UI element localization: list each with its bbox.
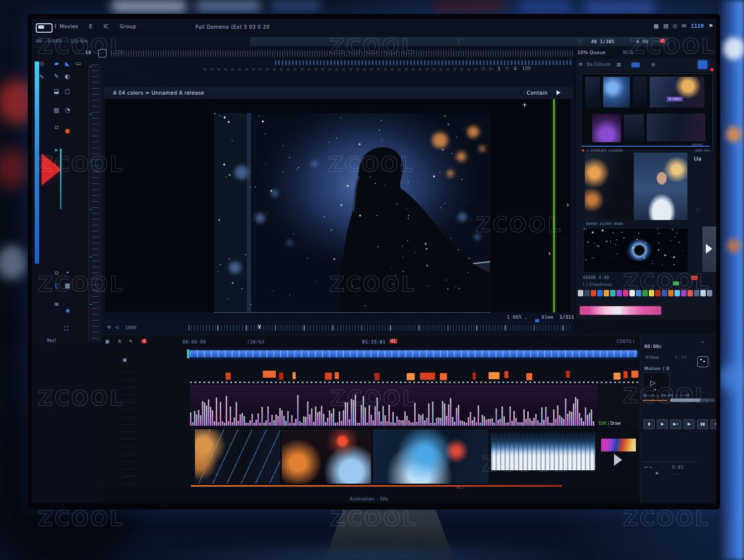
video-clip-2[interactable] [282, 429, 371, 484]
media-thumb[interactable] [633, 77, 647, 108]
media-thumb[interactable] [647, 113, 705, 141]
bracket-icon[interactable]: ⌐¬ [644, 465, 652, 470]
refresh-icon[interactable]: ⟳ [579, 62, 583, 67]
edit-mode-label[interactable]: Edit | Draw [599, 421, 620, 426]
effect-chip[interactable] [662, 290, 667, 296]
track-head-icon[interactable]: ▣ [123, 357, 127, 362]
text-tool-icon[interactable]: A [118, 339, 122, 344]
stamp-tool-icon[interactable]: ▫ [53, 123, 61, 131]
clip-fragment[interactable] [623, 371, 627, 378]
media-thumb[interactable] [585, 77, 600, 108]
clip-fragment[interactable] [263, 371, 276, 378]
film-tool-icon[interactable]: ▰ [53, 59, 61, 67]
clip-fragment[interactable] [504, 371, 508, 378]
chevron-right-icon[interactable]: › [566, 201, 569, 209]
clip-fragment[interactable] [293, 372, 296, 379]
effect-chip[interactable] [623, 290, 628, 296]
effect-chip[interactable] [700, 290, 706, 296]
play-2-button[interactable]: ▶ [683, 419, 695, 429]
flame-tool-icon[interactable]: ● [63, 127, 71, 135]
clip-fragment[interactable] [489, 372, 499, 379]
preview-control-0[interactable]: ◁ [481, 66, 485, 71]
step-back-icon[interactable]: ◁ [115, 325, 119, 330]
inspector-slider[interactable] [670, 398, 715, 402]
effect-chip[interactable] [629, 290, 635, 296]
app-logo-icon[interactable] [36, 23, 53, 33]
filter-chip[interactable] [631, 62, 640, 67]
marker-track[interactable] [190, 368, 640, 381]
timeline-play-outline-icon[interactable] [614, 454, 622, 466]
effect-chip[interactable] [655, 290, 661, 296]
collapse-icon[interactable]: ⌃ [701, 341, 705, 346]
timeline-ruler-top[interactable]: 10 10% Queue BCO [32, 48, 716, 59]
color-swatch-clip[interactable] [601, 439, 636, 451]
pen-tool-icon[interactable]: ✎ [53, 72, 61, 80]
effect-chip[interactable] [578, 290, 583, 296]
meter-tool-icon[interactable]: ≋ [53, 300, 61, 308]
menu-item-group[interactable]: Group [120, 24, 136, 29]
effect-chip[interactable] [668, 290, 674, 296]
refresh-icon[interactable]: ◌ [578, 39, 582, 44]
clip-fragment[interactable] [566, 371, 570, 378]
active-view-button[interactable] [698, 60, 707, 69]
clip-fragment[interactable] [631, 371, 638, 378]
effect-chip[interactable] [707, 290, 712, 296]
ramp-tool-icon[interactable]: ◣ [63, 59, 71, 67]
preview-scrub-bar[interactable]: ⟲ ◁ 1008 V [104, 322, 573, 334]
clip-fragment[interactable] [279, 373, 283, 380]
effect-chip[interactable] [610, 290, 616, 296]
clip-fragment[interactable] [614, 373, 620, 380]
audio-waveform-track[interactable] [190, 385, 598, 426]
id-tool-icon[interactable]: ▯ [53, 281, 61, 289]
wand-tool-icon[interactable]: ᛭ [63, 269, 71, 277]
save-icon[interactable]: ▤ [663, 23, 668, 29]
clock-tool-icon[interactable]: ◔ [63, 106, 71, 114]
menu-item-movies[interactable]: Movies [60, 24, 78, 29]
page-tool-icon[interactable]: ▤ [53, 106, 61, 114]
grid-view-icon[interactable]: ▤ [617, 62, 621, 67]
media-grid[interactable]: N 5001 50505 [581, 73, 713, 151]
clip-fragment[interactable] [374, 373, 379, 380]
big-play-icon[interactable] [42, 154, 62, 185]
preview-control-3[interactable]: ▽ [505, 66, 508, 71]
media-thumb[interactable] [603, 77, 630, 108]
edit-mode-a[interactable]: Edit [599, 421, 607, 426]
crop-tool-icon[interactable]: ⬓ [53, 87, 61, 95]
effect-chip[interactable] [675, 290, 680, 296]
video-stage[interactable]: + › › [105, 99, 570, 312]
effect-chip[interactable] [649, 290, 654, 296]
timeline-blue-ruler[interactable] [190, 350, 637, 357]
video-clip-1[interactable] [195, 429, 280, 484]
clip-fragment[interactable] [335, 372, 339, 379]
flag-icon[interactable]: ⚑ [708, 23, 713, 29]
chip-tool-icon[interactable]: ▫ [53, 269, 61, 277]
clip-fragment[interactable] [226, 373, 231, 380]
edit-mode-b[interactable]: Draw [610, 421, 620, 426]
snap-toggle-icon[interactable] [98, 49, 107, 57]
mask-tool-icon[interactable]: ◐ [63, 72, 71, 80]
clip-fragment[interactable] [325, 373, 332, 380]
menu-item-e[interactable]: E [89, 24, 93, 29]
pen-icon[interactable]: ✎ [129, 339, 133, 344]
scrub-marker[interactable]: V [258, 324, 261, 330]
effect-chip[interactable] [597, 290, 603, 296]
mail-icon[interactable]: ✉ [682, 23, 686, 29]
disc-tool-icon[interactable]: ▭ [74, 59, 82, 67]
browser-play-panel[interactable] [702, 226, 716, 272]
preview-control-2[interactable]: ‖ [498, 66, 500, 71]
circle-icon[interactable]: ◎ [651, 62, 655, 67]
play-outline-icon[interactable] [706, 244, 712, 254]
media-thumb[interactable] [624, 114, 644, 141]
chevron-right-icon-2[interactable]: › [548, 249, 551, 257]
media-thumb[interactable] [592, 113, 621, 142]
preview-control-5[interactable]: 100 [522, 66, 531, 71]
grid-small-icon[interactable]: ▦ [63, 281, 71, 289]
playhead-line-vertical[interactable] [60, 149, 62, 209]
effect-chip[interactable] [617, 290, 622, 296]
mixer-button[interactable]: ≡ [710, 419, 716, 429]
fit-mode-dropdown[interactable]: Contain [527, 90, 548, 96]
effect-chip[interactable] [642, 290, 648, 296]
record-dot-icon[interactable]: ◉ [65, 307, 70, 314]
preview-control-4[interactable]: ≣ [513, 66, 517, 71]
printer-icon[interactable]: ⎙ [673, 23, 678, 29]
